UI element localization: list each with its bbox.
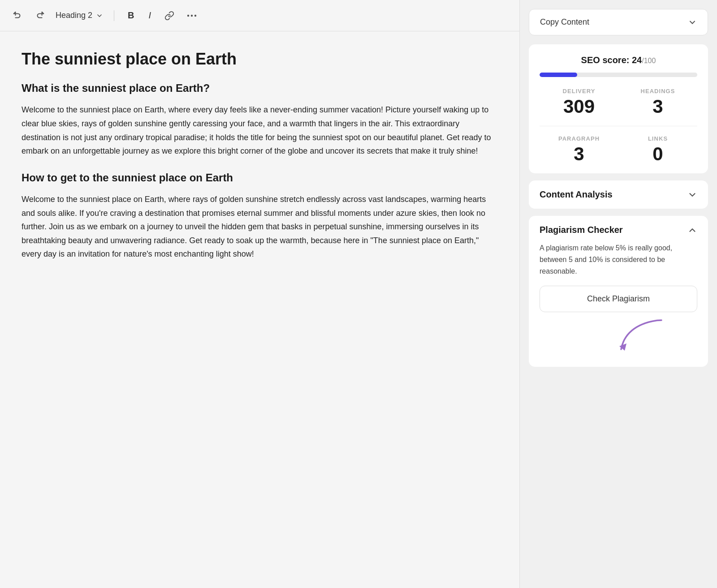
delivery-stat: DELIVERY 309: [540, 88, 618, 117]
sidebar: Copy Content SEO score: 24/100 DELIVERY …: [520, 0, 717, 588]
delivery-value: 309: [563, 96, 595, 117]
more-options-button[interactable]: [185, 12, 199, 19]
headings-value: 3: [652, 96, 663, 117]
editor-content[interactable]: The sunniest place on Earth What is the …: [0, 31, 519, 588]
headings-stat: HEADINGS 3: [618, 88, 697, 117]
stats-divider: [540, 126, 697, 126]
link-button[interactable]: [163, 9, 176, 22]
plagiarism-chevron-icon[interactable]: [687, 225, 697, 235]
article-title: The sunniest place on Earth: [22, 49, 498, 69]
undo-button[interactable]: [11, 9, 24, 22]
copy-content-button[interactable]: Copy Content: [529, 9, 708, 35]
seo-section: SEO score: 24/100 DELIVERY 309 HEADINGS …: [529, 44, 708, 173]
paragraph-stat: PARAGRAPH 3: [540, 135, 618, 164]
seo-stats-grid: DELIVERY 309 HEADINGS 3 PARAGRAPH 3 LINK…: [540, 88, 697, 164]
links-stat: LINKS 0: [618, 135, 697, 164]
italic-button[interactable]: I: [146, 9, 154, 22]
arrow-annotation: [540, 316, 697, 356]
svg-point-2: [194, 14, 196, 16]
section1-heading: What is the sunniest place on Earth?: [22, 81, 498, 95]
bold-button[interactable]: B: [125, 9, 137, 22]
toolbar: Heading 2 B I: [0, 0, 519, 31]
content-analysis-label: Content Analysis: [540, 189, 613, 200]
content-analysis-chevron-icon: [687, 190, 697, 200]
headings-label: HEADINGS: [641, 88, 675, 94]
seo-score-value: 24: [632, 55, 642, 65]
redo-button[interactable]: [33, 9, 47, 22]
annotation-arrow-icon: [617, 316, 670, 356]
check-plagiarism-button[interactable]: Check Plagiarism: [540, 286, 697, 312]
seo-progress-fill: [540, 73, 577, 77]
plagiarism-header: Plagiarism Checker: [540, 225, 697, 235]
paragraph-label: PARAGRAPH: [558, 135, 600, 142]
section2-heading: How to get to the sunniest place on Eart…: [22, 171, 498, 185]
seo-score-label: SEO score:: [581, 55, 632, 65]
toolbar-divider-1: [114, 10, 114, 21]
copy-content-label: Copy Content: [540, 17, 589, 27]
editor-panel: Heading 2 B I The sunniest place on Eart…: [0, 0, 520, 588]
seo-score-max: /100: [642, 57, 656, 64]
delivery-label: DELIVERY: [563, 88, 596, 94]
plagiarism-description: A plagiarism rate below 5% is really goo…: [540, 242, 697, 277]
paragraph-value: 3: [574, 144, 584, 164]
seo-progress-bar: [540, 73, 697, 77]
heading-select[interactable]: Heading 2: [56, 11, 103, 20]
plagiarism-section: Plagiarism Checker A plagiarism rate bel…: [529, 216, 708, 367]
content-analysis-accordion[interactable]: Content Analysis: [529, 180, 708, 209]
heading-select-value: Heading 2: [56, 11, 92, 20]
plagiarism-title: Plagiarism Checker: [540, 225, 623, 235]
links-label: LINKS: [648, 135, 668, 142]
section1-body: Welcome to the sunniest place on Earth, …: [22, 103, 498, 158]
section2-body: Welcome to the sunniest place on Earth, …: [22, 193, 498, 261]
svg-point-1: [191, 14, 193, 16]
seo-score-title: SEO score: 24/100: [540, 55, 697, 65]
svg-point-0: [187, 14, 189, 16]
links-value: 0: [652, 144, 663, 164]
